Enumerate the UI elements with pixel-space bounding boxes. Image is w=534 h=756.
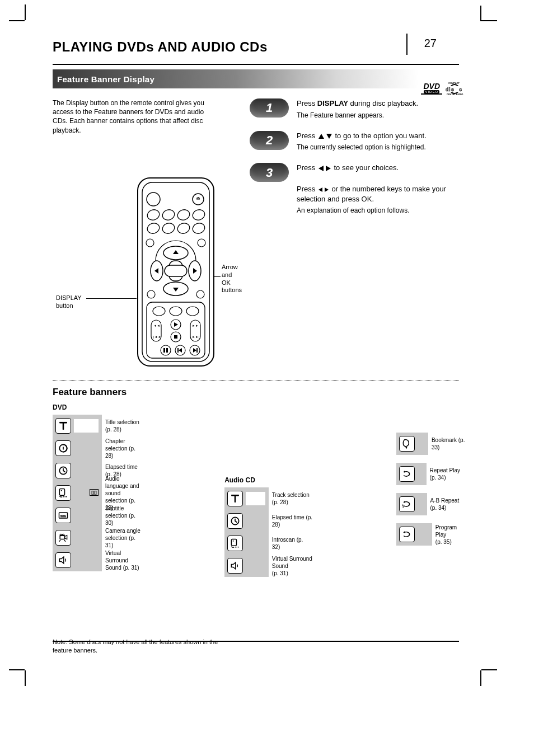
step-text: Press <box>297 132 317 140</box>
step-subtext: An explanation of each option follows. <box>297 206 462 215</box>
svg-text:d: d <box>446 87 449 92</box>
svg-text:i: i <box>449 87 451 92</box>
step-1: 1 Press DISPLAY during disc playback. Th… <box>250 98 462 120</box>
banner-caption: Title selection (p. 28) <box>105 415 140 437</box>
banner-caption: Bookmark (p. 33) <box>432 436 465 451</box>
banner-caption: Virtual Surround Sound (p. 31) <box>272 555 312 577</box>
crop-mark <box>9 669 25 670</box>
svg-text:|◄◄: |◄◄ <box>153 335 161 339</box>
dvd-banner: ▯▯ <box>53 415 102 571</box>
sound-icon <box>227 558 243 574</box>
svg-point-33 <box>170 307 182 316</box>
step-text: Press <box>297 163 317 172</box>
banner-caption: Track selection (p. 28) <box>272 487 312 510</box>
banner-caption: Camera angle selection (p. 31) <box>105 527 140 549</box>
banner-caption: Elapsed time (p. 28) <box>272 510 312 532</box>
header-rule <box>53 64 459 65</box>
remote-illustration: ◄◄ |◄◄ ►► ►►| <box>137 177 215 367</box>
page-number-rule <box>406 34 407 55</box>
step-4: Press or the numbered keys to make your … <box>250 184 462 215</box>
crop-mark <box>481 669 497 670</box>
banner-field: ▯▯ <box>74 486 99 500</box>
dvd-banner-column: DVD ▯▯ Title selection (p. 28)Chapter se… <box>53 403 140 577</box>
steps-list: 1 Press DISPLAY during disc playback. Th… <box>250 98 462 226</box>
step-bold: DISPLAY <box>317 99 348 107</box>
crop-mark <box>480 670 481 686</box>
chapter-icon <box>55 440 71 456</box>
svg-text:s: s <box>451 87 454 92</box>
svg-point-11 <box>147 192 160 206</box>
banner-caption: Virtual Surround Sound (p. 31) <box>105 549 140 571</box>
cd-banner-column: Audio CD Track selection (p. 28)Elapsed … <box>224 476 312 577</box>
crop-mark <box>9 20 25 21</box>
leader-line <box>86 298 137 299</box>
page-title: PLAYING DVDs AND AUDIO CDs <box>53 39 268 54</box>
svg-rect-46 <box>166 348 168 353</box>
down-arrow-icon <box>326 134 332 139</box>
subtitle-icon <box>55 508 71 523</box>
svg-text:►►|: ►►| <box>192 335 200 339</box>
camera-icon <box>55 530 71 546</box>
dotted-separator <box>53 381 459 381</box>
step-subtext: The currently selected option is highlig… <box>297 143 462 152</box>
left-arrow-icon <box>318 166 324 171</box>
repeat-icon <box>399 466 415 482</box>
banner-field <box>74 531 99 544</box>
banner-row <box>53 504 102 527</box>
page-number: 27 <box>424 37 437 50</box>
banner-row <box>53 527 102 549</box>
banner-row: A-B Repeat (p. 34) <box>396 493 465 515</box>
banner-field <box>246 492 265 505</box>
cd-banner-title: Audio CD <box>224 476 312 484</box>
banner-row <box>53 437 102 459</box>
step-number: 1 <box>250 98 289 118</box>
section-bar: Feature Banner Display <box>53 69 459 88</box>
svg-point-44 <box>161 345 171 355</box>
cd-banner <box>224 487 269 577</box>
section-title: Feature Banner Display <box>53 74 154 84</box>
svg-point-32 <box>153 307 165 316</box>
right-arrow-icon <box>326 166 331 171</box>
svg-text:c: c <box>459 87 462 92</box>
audio-icon <box>227 536 243 551</box>
callout-display: DISPLAY button <box>56 294 82 310</box>
banner-row: Repeat Play (p. 34) <box>396 463 465 485</box>
step-text: during disc playback. <box>348 99 418 107</box>
banner-field <box>74 509 99 522</box>
step-subtext: The Feature banner appears. <box>297 111 462 120</box>
sound-icon <box>55 552 71 568</box>
ab-repeat-icon <box>399 496 415 512</box>
crop-mark <box>25 4 26 20</box>
banner-caption: Subtitle selection (p. 30) <box>105 504 140 527</box>
intro-text: The Display button on the remote control… <box>53 98 221 135</box>
svg-point-34 <box>186 307 199 316</box>
svg-rect-43 <box>174 335 177 339</box>
banner-field <box>74 464 99 477</box>
banner-field <box>74 442 99 455</box>
dvd-logo: DVDVIDEO <box>421 82 442 95</box>
svg-text:DIGITAL AUDIO: DIGITAL AUDIO <box>447 93 463 96</box>
feature-banners-heading: Feature banners <box>53 387 459 398</box>
left-arrow-icon <box>318 187 322 192</box>
banner-row <box>224 555 269 577</box>
banner-field <box>418 528 429 541</box>
step-text: Press <box>297 99 317 107</box>
banner-field <box>418 467 423 481</box>
banner-field <box>246 537 265 550</box>
title-icon <box>227 491 243 506</box>
banner-row: Program Play (p. 35) <box>396 523 465 546</box>
banner-field <box>246 559 265 572</box>
banner-caption: Audio language and sound selection (p. 2… <box>105 482 140 504</box>
step-2: 2 Press to go to the option you want. Th… <box>250 131 462 152</box>
footer-rule <box>53 641 459 642</box>
svg-rect-50 <box>196 348 198 353</box>
svg-rect-28 <box>165 265 187 276</box>
banner-row <box>53 549 102 571</box>
crop-mark <box>481 20 497 21</box>
svg-text:◄◄: ◄◄ <box>153 324 160 327</box>
banner-caption: Repeat Play (p. 34) <box>430 467 466 481</box>
banner-field <box>418 497 423 511</box>
banner-caption: A-B Repeat (p. 34) <box>430 497 466 511</box>
banner-row <box>53 459 102 482</box>
banner-caption: Introscan (p. 32) <box>272 532 312 555</box>
